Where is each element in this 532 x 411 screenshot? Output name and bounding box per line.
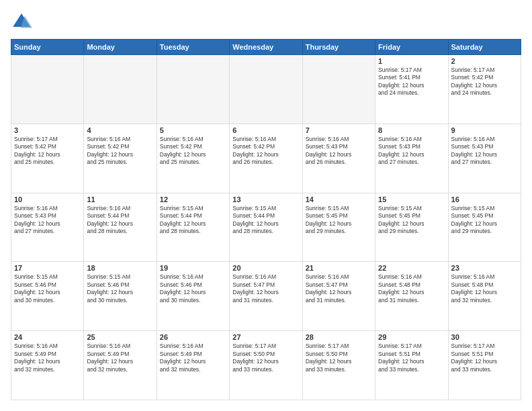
calendar-cell: 12Sunrise: 5:15 AM Sunset: 5:44 PM Dayli… xyxy=(157,193,229,262)
weekday-header-monday: Monday xyxy=(84,40,157,55)
day-number: 18 xyxy=(87,264,153,272)
day-info: Sunrise: 5:16 AM Sunset: 5:43 PM Dayligh… xyxy=(378,136,445,167)
calendar-cell: 10Sunrise: 5:16 AM Sunset: 5:43 PM Dayli… xyxy=(11,193,84,262)
day-number: 17 xyxy=(14,264,81,272)
calendar-cell xyxy=(157,55,229,124)
day-number: 11 xyxy=(87,195,153,203)
calendar-cell: 3Sunrise: 5:17 AM Sunset: 5:42 PM Daylig… xyxy=(11,124,84,193)
calendar-cell: 16Sunrise: 5:15 AM Sunset: 5:45 PM Dayli… xyxy=(448,193,521,262)
week-row-0: 1Sunrise: 5:17 AM Sunset: 5:41 PM Daylig… xyxy=(11,55,521,124)
calendar-cell: 21Sunrise: 5:16 AM Sunset: 5:47 PM Dayli… xyxy=(302,262,375,331)
weekday-header-sunday: Sunday xyxy=(11,40,84,55)
weekday-header-thursday: Thursday xyxy=(302,40,375,55)
day-info: Sunrise: 5:15 AM Sunset: 5:45 PM Dayligh… xyxy=(306,205,372,236)
calendar-cell: 5Sunrise: 5:16 AM Sunset: 5:42 PM Daylig… xyxy=(157,124,229,193)
calendar-cell: 30Sunrise: 5:17 AM Sunset: 5:51 PM Dayli… xyxy=(448,331,521,400)
calendar-cell: 2Sunrise: 5:17 AM Sunset: 5:42 PM Daylig… xyxy=(448,55,521,124)
calendar-cell xyxy=(11,55,84,124)
day-number: 27 xyxy=(232,333,299,341)
calendar-cell: 14Sunrise: 5:15 AM Sunset: 5:45 PM Dayli… xyxy=(302,193,375,262)
calendar-cell: 15Sunrise: 5:15 AM Sunset: 5:45 PM Dayli… xyxy=(375,193,448,262)
day-number: 1 xyxy=(378,57,445,65)
day-info: Sunrise: 5:16 AM Sunset: 5:42 PM Dayligh… xyxy=(87,136,153,167)
weekday-header-friday: Friday xyxy=(375,40,448,55)
day-info: Sunrise: 5:17 AM Sunset: 5:51 PM Dayligh… xyxy=(378,342,445,373)
day-info: Sunrise: 5:15 AM Sunset: 5:45 PM Dayligh… xyxy=(451,205,518,236)
day-info: Sunrise: 5:16 AM Sunset: 5:42 PM Dayligh… xyxy=(232,136,299,167)
day-info: Sunrise: 5:17 AM Sunset: 5:42 PM Dayligh… xyxy=(451,66,518,97)
weekday-header-tuesday: Tuesday xyxy=(157,40,229,55)
day-number: 24 xyxy=(14,333,81,341)
calendar-cell: 6Sunrise: 5:16 AM Sunset: 5:42 PM Daylig… xyxy=(230,124,302,193)
logo-icon xyxy=(11,11,32,32)
calendar-cell: 24Sunrise: 5:16 AM Sunset: 5:49 PM Dayli… xyxy=(11,331,84,400)
day-info: Sunrise: 5:16 AM Sunset: 5:47 PM Dayligh… xyxy=(306,273,372,304)
day-info: Sunrise: 5:17 AM Sunset: 5:50 PM Dayligh… xyxy=(232,342,299,373)
day-info: Sunrise: 5:15 AM Sunset: 5:44 PM Dayligh… xyxy=(232,205,299,236)
week-row-3: 17Sunrise: 5:15 AM Sunset: 5:46 PM Dayli… xyxy=(11,262,521,331)
day-number: 4 xyxy=(87,126,153,134)
day-number: 7 xyxy=(306,126,372,134)
calendar-cell: 7Sunrise: 5:16 AM Sunset: 5:43 PM Daylig… xyxy=(302,124,375,193)
day-info: Sunrise: 5:15 AM Sunset: 5:46 PM Dayligh… xyxy=(14,273,81,304)
day-number: 3 xyxy=(14,126,81,134)
day-number: 2 xyxy=(451,57,518,65)
calendar-cell: 23Sunrise: 5:16 AM Sunset: 5:48 PM Dayli… xyxy=(448,262,521,331)
calendar-cell xyxy=(84,55,157,124)
calendar-cell: 8Sunrise: 5:16 AM Sunset: 5:43 PM Daylig… xyxy=(375,124,448,193)
calendar-cell: 22Sunrise: 5:16 AM Sunset: 5:48 PM Dayli… xyxy=(375,262,448,331)
day-info: Sunrise: 5:17 AM Sunset: 5:50 PM Dayligh… xyxy=(306,342,372,373)
day-number: 21 xyxy=(306,264,372,272)
day-info: Sunrise: 5:16 AM Sunset: 5:47 PM Dayligh… xyxy=(232,273,299,304)
calendar-cell: 25Sunrise: 5:16 AM Sunset: 5:49 PM Dayli… xyxy=(84,331,157,400)
day-number: 16 xyxy=(451,195,518,203)
calendar-cell: 11Sunrise: 5:16 AM Sunset: 5:44 PM Dayli… xyxy=(84,193,157,262)
day-number: 28 xyxy=(306,333,372,341)
calendar-cell: 1Sunrise: 5:17 AM Sunset: 5:41 PM Daylig… xyxy=(375,55,448,124)
day-info: Sunrise: 5:16 AM Sunset: 5:49 PM Dayligh… xyxy=(87,342,153,373)
calendar-cell: 20Sunrise: 5:16 AM Sunset: 5:47 PM Dayli… xyxy=(230,262,302,331)
day-number: 23 xyxy=(451,264,518,272)
day-number: 5 xyxy=(160,126,226,134)
day-number: 19 xyxy=(160,264,226,272)
day-number: 10 xyxy=(14,195,81,203)
calendar-cell: 18Sunrise: 5:15 AM Sunset: 5:46 PM Dayli… xyxy=(84,262,157,331)
day-info: Sunrise: 5:17 AM Sunset: 5:51 PM Dayligh… xyxy=(451,342,518,373)
day-number: 30 xyxy=(451,333,518,341)
day-number: 6 xyxy=(232,126,299,134)
logo xyxy=(11,11,36,32)
calendar-cell: 13Sunrise: 5:15 AM Sunset: 5:44 PM Dayli… xyxy=(230,193,302,262)
day-info: Sunrise: 5:15 AM Sunset: 5:44 PM Dayligh… xyxy=(160,205,226,236)
day-info: Sunrise: 5:16 AM Sunset: 5:49 PM Dayligh… xyxy=(160,342,226,373)
day-number: 15 xyxy=(378,195,445,203)
day-number: 29 xyxy=(378,333,445,341)
week-row-2: 10Sunrise: 5:16 AM Sunset: 5:43 PM Dayli… xyxy=(11,193,521,262)
day-info: Sunrise: 5:15 AM Sunset: 5:46 PM Dayligh… xyxy=(87,273,153,304)
calendar-cell: 27Sunrise: 5:17 AM Sunset: 5:50 PM Dayli… xyxy=(230,331,302,400)
header xyxy=(11,11,521,32)
day-info: Sunrise: 5:17 AM Sunset: 5:41 PM Dayligh… xyxy=(378,66,445,97)
day-info: Sunrise: 5:16 AM Sunset: 5:48 PM Dayligh… xyxy=(451,273,518,304)
day-info: Sunrise: 5:16 AM Sunset: 5:43 PM Dayligh… xyxy=(451,136,518,167)
calendar-cell: 29Sunrise: 5:17 AM Sunset: 5:51 PM Dayli… xyxy=(375,331,448,400)
calendar-cell xyxy=(302,55,375,124)
day-number: 20 xyxy=(232,264,299,272)
page: SundayMondayTuesdayWednesdayThursdayFrid… xyxy=(0,0,532,411)
day-info: Sunrise: 5:16 AM Sunset: 5:48 PM Dayligh… xyxy=(378,273,445,304)
day-info: Sunrise: 5:16 AM Sunset: 5:49 PM Dayligh… xyxy=(14,342,81,373)
calendar-cell: 28Sunrise: 5:17 AM Sunset: 5:50 PM Dayli… xyxy=(302,331,375,400)
weekday-header-row: SundayMondayTuesdayWednesdayThursdayFrid… xyxy=(11,40,521,55)
calendar-cell: 9Sunrise: 5:16 AM Sunset: 5:43 PM Daylig… xyxy=(448,124,521,193)
calendar-table: SundayMondayTuesdayWednesdayThursdayFrid… xyxy=(11,39,521,400)
day-info: Sunrise: 5:16 AM Sunset: 5:43 PM Dayligh… xyxy=(14,205,81,236)
calendar-cell: 4Sunrise: 5:16 AM Sunset: 5:42 PM Daylig… xyxy=(84,124,157,193)
day-number: 26 xyxy=(160,333,226,341)
calendar-cell: 19Sunrise: 5:16 AM Sunset: 5:46 PM Dayli… xyxy=(157,262,229,331)
day-number: 13 xyxy=(232,195,299,203)
day-info: Sunrise: 5:17 AM Sunset: 5:42 PM Dayligh… xyxy=(14,136,81,167)
calendar-cell: 26Sunrise: 5:16 AM Sunset: 5:49 PM Dayli… xyxy=(157,331,229,400)
day-number: 12 xyxy=(160,195,226,203)
calendar-cell xyxy=(230,55,302,124)
weekday-header-wednesday: Wednesday xyxy=(230,40,302,55)
week-row-4: 24Sunrise: 5:16 AM Sunset: 5:49 PM Dayli… xyxy=(11,331,521,400)
